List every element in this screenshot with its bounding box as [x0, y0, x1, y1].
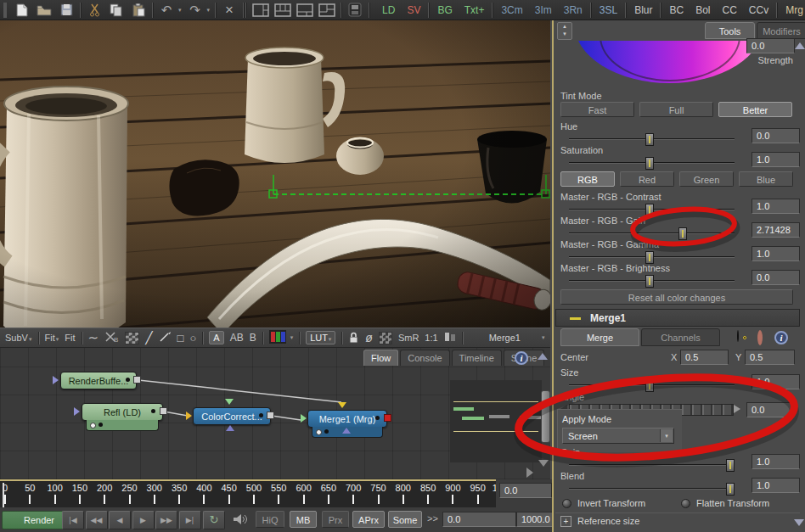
flow-vscrollbar-thumb[interactable] — [541, 390, 550, 443]
slider-handle[interactable] — [645, 275, 654, 288]
tool-shortcut-button[interactable]: CC — [717, 3, 743, 18]
transport-button[interactable]: ▶| — [179, 511, 201, 529]
prx-button[interactable]: Prx — [322, 511, 349, 528]
slider-value-field[interactable]: 0.0 — [752, 128, 800, 143]
slider-handle[interactable] — [645, 133, 654, 146]
view-selector[interactable]: Merge1 — [489, 333, 521, 343]
panel-scroll-down-icon[interactable] — [794, 519, 804, 526]
flatten-transform-checkbox[interactable] — [681, 499, 690, 508]
levels-icon[interactable] — [444, 331, 456, 344]
checker-icon[interactable] — [125, 332, 139, 344]
range-end-field[interactable]: 1000.0 — [516, 512, 554, 527]
tool-shortcut-button[interactable]: BG — [428, 3, 458, 18]
flow-panel[interactable]: FlowConsoleTimelineSpline i RenderBuffe.… — [0, 348, 550, 479]
merge-tab[interactable]: Channels — [641, 328, 720, 346]
tool-shortcut-button[interactable]: LD — [376, 3, 401, 18]
slider-handle[interactable] — [645, 251, 654, 264]
slider-track[interactable] — [569, 256, 735, 257]
slider-handle[interactable] — [726, 483, 735, 496]
slider-value-field[interactable]: 0.0 — [752, 270, 800, 285]
tool-shortcut-button[interactable]: 3Rn — [558, 3, 588, 18]
copy-icon[interactable] — [108, 3, 125, 18]
fit-button[interactable]: Fit — [65, 333, 75, 343]
flow-scroll-down-icon[interactable] — [538, 460, 549, 467]
tool-shortcut-button[interactable]: CCv — [743, 3, 774, 18]
rect-tool-icon[interactable]: □ — [177, 332, 184, 344]
tool-shortcut-button[interactable]: 3SL — [590, 3, 623, 18]
save-icon[interactable] — [58, 3, 75, 18]
channel-a-button[interactable]: A — [209, 331, 223, 344]
tool-shortcut-button[interactable]: Blur — [625, 3, 658, 18]
slider-value-field[interactable]: 1.0 — [752, 374, 800, 389]
node-output-square[interactable] — [267, 412, 274, 419]
tint-mode-button[interactable]: Fast — [560, 102, 634, 117]
mb-button[interactable]: MB — [290, 511, 317, 528]
node-output-square[interactable] — [160, 407, 167, 415]
merge-tab[interactable]: Merge — [560, 328, 639, 346]
panel-scroll-up-icon[interactable] — [795, 42, 805, 49]
keyframe-bar[interactable] — [453, 407, 474, 411]
slider-value-field[interactable]: 1.0 — [752, 199, 800, 214]
tool-shortcut-button[interactable]: BC — [660, 3, 690, 18]
current-frame-field[interactable]: 0.0 — [499, 483, 552, 498]
merge1-header[interactable]: Merge1 — [555, 309, 800, 327]
null-overlay-icon[interactable]: ø — [365, 331, 373, 344]
angle-increment-icon[interactable] — [734, 405, 740, 413]
center-x-field[interactable]: 0.5 — [680, 350, 729, 365]
flow-scroll-right-icon[interactable] — [526, 468, 533, 478]
cut-icon[interactable] — [86, 3, 103, 18]
cache-icon[interactable] — [737, 330, 739, 342]
pen-tool-icon[interactable] — [159, 331, 172, 344]
keyframe-bar[interactable] — [489, 415, 509, 418]
tint-mode-button[interactable]: Full — [639, 102, 713, 117]
redo-icon[interactable]: ↷ — [187, 3, 204, 18]
expand-plus-icon[interactable]: + — [560, 516, 571, 527]
node-effect-triangle[interactable] — [226, 425, 234, 431]
slider-value-field[interactable]: 1.0 — [752, 454, 800, 469]
transport-button[interactable]: ▶▶ — [155, 511, 177, 529]
node-output-square-selected[interactable] — [384, 414, 391, 422]
tint-mode-button[interactable]: Better — [718, 102, 792, 117]
slider-handle[interactable] — [645, 204, 654, 216]
apply-mode-dropdown[interactable]: Screen ▾ — [562, 428, 674, 444]
slider-value-field[interactable]: 1.0 — [752, 478, 800, 493]
settings-gear-icon[interactable] — [757, 333, 763, 343]
slider-track[interactable] — [569, 464, 735, 465]
node-output-square[interactable] — [133, 376, 141, 384]
transport-button[interactable]: ◀ — [109, 511, 131, 529]
transport-button[interactable]: ▶ — [132, 511, 155, 529]
roto-icon[interactable]: B — [104, 331, 119, 345]
slider-track[interactable] — [569, 280, 735, 281]
node-tile-bar[interactable] — [86, 420, 159, 431]
line-tool-icon[interactable]: ╱ — [145, 331, 152, 344]
node-input-triangle[interactable] — [74, 407, 80, 416]
panel-toggle-icon[interactable] — [346, 3, 363, 18]
playhead[interactable] — [3, 483, 4, 507]
collapse-dash-icon[interactable] — [570, 317, 581, 320]
hiq-button[interactable]: HiQ — [256, 511, 284, 528]
angle-value-field[interactable]: 0.0 — [746, 402, 795, 417]
tool-shortcut-button[interactable]: Txt+ — [459, 3, 491, 18]
colorbars-icon[interactable] — [269, 330, 286, 345]
node-effect-triangle[interactable] — [342, 428, 351, 434]
lut-button[interactable]: LUT ▾ — [306, 331, 335, 344]
node-fg-input-triangle[interactable] — [338, 402, 346, 408]
tool-shortcut-button[interactable]: 3Cm — [492, 3, 528, 18]
slider-track[interactable] — [569, 232, 735, 233]
invert-transform-checkbox[interactable] — [562, 499, 571, 508]
undo-dropdown-arrow[interactable]: ▾ — [178, 7, 182, 14]
channel-b-button[interactable]: B — [250, 332, 256, 344]
slider-handle[interactable] — [678, 227, 687, 240]
wave-icon[interactable]: ∼ — [88, 330, 99, 345]
layout-quad-icon[interactable] — [318, 3, 335, 18]
slider-track[interactable] — [569, 162, 735, 163]
node-input-triangle[interactable] — [53, 376, 59, 384]
channel-button[interactable]: RGB — [560, 171, 615, 187]
transport-button[interactable]: |◀ — [62, 511, 84, 529]
slider-handle[interactable] — [645, 379, 654, 392]
layout-wide-icon[interactable] — [296, 3, 313, 18]
some-button[interactable]: Some — [388, 511, 422, 528]
toolbar-grip[interactable] — [3, 3, 7, 18]
time-ruler[interactable]: 0501001502002503003504004505005506006507… — [0, 481, 496, 507]
slider-track[interactable] — [569, 488, 735, 489]
